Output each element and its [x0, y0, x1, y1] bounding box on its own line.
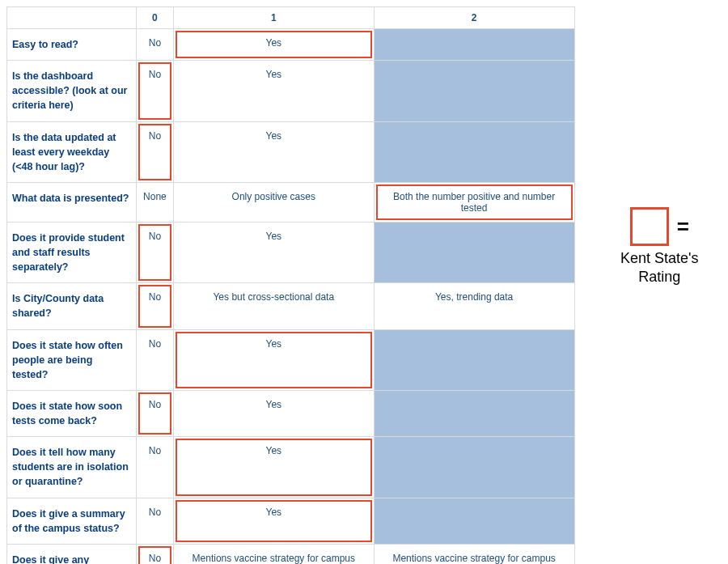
score-cell-c2 [374, 329, 574, 390]
score-cell-c0: No [136, 437, 173, 498]
legend-equals: = [677, 214, 689, 240]
legend: = Kent State's Rating [598, 207, 722, 287]
score-cell-c0: No [136, 121, 173, 182]
score-cell-c2: Both the number positive and number test… [374, 182, 574, 222]
criterion-cell: Easy to read? [7, 29, 137, 61]
score-cell-c2 [374, 29, 574, 61]
score-cell-c1: Yes [173, 61, 374, 121]
criterion-cell: Is City/County data shared? [7, 283, 137, 329]
criterion-cell: Is the data updated at least every weekd… [7, 121, 137, 182]
table-row: Does it give a summary of the campus sta… [7, 498, 575, 544]
score-cell-c1: Only positive cases [173, 182, 374, 222]
score-cell-c0: No [136, 498, 173, 544]
table-row: What data is presented?NoneOnly positive… [7, 182, 575, 222]
score-cell-c0: No [136, 61, 173, 121]
criterion-cell: Does it state how soon tests come back? [7, 390, 137, 436]
col-header-2: 2 [374, 7, 574, 29]
score-cell-c2 [374, 498, 574, 544]
table-row: Does it provide student and staff result… [7, 222, 575, 282]
score-cell-c1: Yes [173, 437, 374, 498]
criterion-cell: Does it give a summary of the campus sta… [7, 498, 137, 544]
score-cell-c2 [374, 61, 574, 121]
score-cell-c1: Yes [173, 498, 374, 544]
score-cell-c1: Yes but cross-sectional data [173, 283, 374, 329]
col-header-0: 0 [136, 7, 173, 29]
score-cell-c0: No [136, 283, 173, 329]
table-row: Is the dashboard accessible? (look at ou… [7, 61, 575, 121]
score-cell-c1: Mentions vaccine strategy for campus com… [173, 544, 374, 564]
criterion-cell: Does it give any information about a vac… [7, 544, 137, 564]
score-cell-c0: No [136, 544, 173, 564]
table-row: Does it give any information about a vac… [7, 544, 575, 564]
legend-box-icon [630, 207, 669, 246]
score-cell-c2: Yes, trending data [374, 283, 574, 329]
criterion-cell: Does it tell how many students are in is… [7, 437, 137, 498]
score-cell-c2 [374, 390, 574, 436]
header-row: 0 1 2 [7, 7, 575, 29]
score-cell-c0: None [136, 182, 173, 222]
score-cell-c2 [374, 222, 574, 282]
legend-label: Kent State's Rating [598, 249, 722, 287]
score-cell-c0: No [136, 222, 173, 282]
table-row: Does it state how soon tests come back?N… [7, 390, 575, 436]
table-row: Easy to read?NoYes [7, 29, 575, 61]
score-cell-c2 [374, 437, 574, 498]
score-cell-c0: No [136, 390, 173, 436]
score-cell-c1: Yes [173, 222, 374, 282]
table-row: Does it state how often people are being… [7, 329, 575, 390]
criterion-cell: What data is presented? [7, 182, 137, 222]
score-cell-c2: Mentions vaccine strategy for campus com… [374, 544, 574, 564]
table-row: Is City/County data shared?NoYes but cro… [7, 283, 575, 329]
col-header-1: 1 [173, 7, 374, 29]
criterion-cell: Does it state how often people are being… [7, 329, 137, 390]
score-cell-c0: No [136, 329, 173, 390]
criterion-cell: Does it provide student and staff result… [7, 222, 137, 282]
score-cell-c1: Yes [173, 390, 374, 436]
criterion-cell: Is the dashboard accessible? (look at ou… [7, 61, 137, 121]
score-cell-c1: Yes [173, 329, 374, 390]
score-cell-c0: No [136, 29, 173, 61]
table-row: Is the data updated at least every weekd… [7, 121, 575, 182]
rubric-table: 0 1 2 Easy to read?NoYesIs the dashboard… [6, 6, 575, 564]
score-cell-c1: Yes [173, 29, 374, 61]
corner-cell [7, 7, 137, 29]
score-cell-c1: Yes [173, 121, 374, 182]
table-row: Does it tell how many students are in is… [7, 437, 575, 498]
score-cell-c2 [374, 121, 574, 182]
